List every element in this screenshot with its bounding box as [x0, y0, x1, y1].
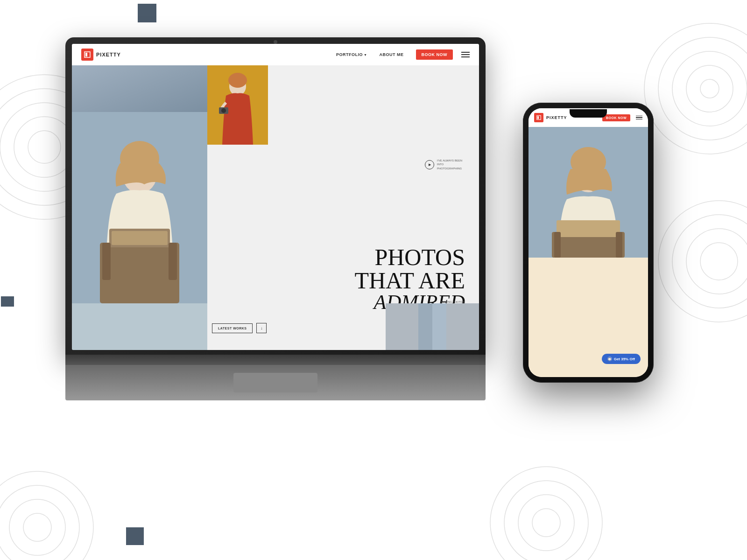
svg-rect-50: [616, 232, 622, 258]
site-logo: PIXETTY: [81, 49, 121, 61]
circles-right-top: [640, 19, 747, 159]
laptop-trackpad: [233, 373, 317, 392]
play-text: I'VE ALWAYS BEEN INTO PHOTOGRAPHING: [437, 159, 465, 170]
hero-main-photo: [72, 65, 207, 350]
svg-rect-32: [72, 303, 207, 350]
phone-photo-illustration: [529, 127, 648, 258]
svg-rect-41: [432, 303, 446, 350]
laptop-device: PIXETTY PORTFOLIO ▼ ABOUT ME BOOK NOW: [65, 37, 486, 401]
phone-book-button[interactable]: BOOK NOW: [602, 114, 630, 121]
main-photo-bg: [72, 65, 207, 350]
site-navigation: PIXETTY PORTFOLIO ▼ ABOUT ME BOOK NOW: [72, 44, 479, 65]
phone-cta-button[interactable]: 💬 Get 35% Off: [602, 354, 641, 364]
svg-point-36: [228, 73, 247, 88]
phone-frame: PIXETTY BOOK NOW: [523, 103, 654, 383]
svg-point-5: [644, 23, 747, 154]
svg-point-14: [490, 467, 602, 560]
hero-top-photo: [207, 65, 268, 145]
circles-bottom-right: [486, 462, 607, 560]
logo-icon: [81, 49, 93, 61]
scroll-down-button[interactable]: ↓: [256, 323, 267, 333]
svg-point-12: [686, 229, 747, 294]
svg-point-15: [504, 481, 588, 560]
laptop-website: PIXETTY PORTFOLIO ▼ ABOUT ME BOOK NOW: [72, 44, 479, 350]
svg-point-10: [658, 201, 747, 322]
svg-point-21: [23, 513, 51, 541]
svg-point-6: [658, 37, 747, 140]
phone-logo-text: PIXETTY: [546, 115, 567, 120]
hero-title: PHOTOS THAT ARE ADMIRED: [212, 245, 465, 313]
phone-bottom-section: 💬 Get 35% Off: [529, 258, 648, 377]
hero-section: ▶ I'VE ALWAYS BEEN INTO PHOTOGRAPHING PH…: [72, 65, 479, 350]
svg-point-18: [0, 471, 93, 560]
decorative-square-3: [1, 296, 14, 307]
svg-point-9: [700, 79, 719, 98]
hero-bottom-photo: [386, 303, 479, 350]
nav-menu-icon[interactable]: [461, 52, 470, 57]
nav-book-button[interactable]: BOOK NOW: [416, 49, 453, 60]
woman-illustration: [72, 65, 207, 350]
bottom-photo-illustration: [386, 303, 479, 350]
svg-rect-49: [554, 232, 561, 258]
svg-point-4: [28, 131, 61, 163]
laptop-camera: [274, 40, 277, 44]
svg-rect-48: [557, 220, 620, 237]
laptop-outer-frame: PIXETTY PORTFOLIO ▼ ABOUT ME BOOK NOW: [65, 37, 486, 355]
laptop-screen: PIXETTY PORTFOLIO ▼ ABOUT ME BOOK NOW: [72, 44, 479, 350]
decorative-square-4: [126, 527, 144, 545]
svg-rect-40: [418, 303, 432, 350]
svg-rect-27: [100, 243, 179, 303]
svg-point-19: [0, 485, 79, 560]
laptop-hinge: [65, 355, 486, 365]
svg-rect-30: [102, 243, 111, 280]
chat-icon: 💬: [607, 357, 612, 361]
phone-hero-photo: [529, 127, 648, 258]
svg-rect-23: [85, 53, 87, 56]
svg-point-17: [532, 509, 560, 537]
svg-point-7: [672, 51, 747, 126]
hero-title-line2: THAT ARE: [212, 269, 465, 292]
svg-point-16: [518, 495, 574, 551]
top-photo-illustration: [207, 65, 268, 145]
phone-notch: [570, 109, 607, 118]
svg-point-38: [221, 108, 226, 113]
hero-right-panel: ▶ I'VE ALWAYS BEEN INTO PHOTOGRAPHING PH…: [207, 65, 479, 350]
portfolio-dropdown-arrow: ▼: [364, 53, 367, 56]
cta-label: Get 35% Off: [614, 357, 635, 361]
phone-screen: PIXETTY BOOK NOW: [529, 108, 648, 377]
nav-about-link[interactable]: ABOUT ME: [380, 52, 404, 57]
hero-buttons: LATEST WORKS ↓: [212, 323, 267, 333]
hero-play-section: ▶ I'VE ALWAYS BEEN INTO PHOTOGRAPHING: [425, 159, 465, 170]
svg-rect-43: [537, 116, 539, 119]
decorative-square-1: [138, 4, 156, 22]
svg-point-8: [686, 65, 733, 112]
phone-logo-icon: [534, 113, 543, 122]
hero-title-block: PHOTOS THAT ARE ADMIRED: [212, 245, 465, 313]
svg-point-11: [672, 215, 747, 308]
svg-point-13: [700, 243, 738, 280]
circles-right-mid: [654, 196, 747, 327]
svg-rect-31: [169, 243, 177, 280]
phone-device: PIXETTY BOOK NOW: [523, 103, 654, 383]
svg-point-20: [9, 499, 65, 555]
logo-text: PIXETTY: [96, 52, 121, 57]
latest-works-button[interactable]: LATEST WORKS: [212, 323, 253, 333]
circles-bottom-left: [0, 467, 98, 560]
phone-menu-icon[interactable]: [636, 116, 642, 120]
svg-rect-29: [112, 231, 168, 245]
play-button[interactable]: ▶: [425, 160, 434, 169]
nav-portfolio-link[interactable]: PORTFOLIO ▼: [336, 52, 367, 57]
hero-title-line1: PHOTOS: [212, 245, 465, 269]
laptop-base: [65, 365, 486, 400]
